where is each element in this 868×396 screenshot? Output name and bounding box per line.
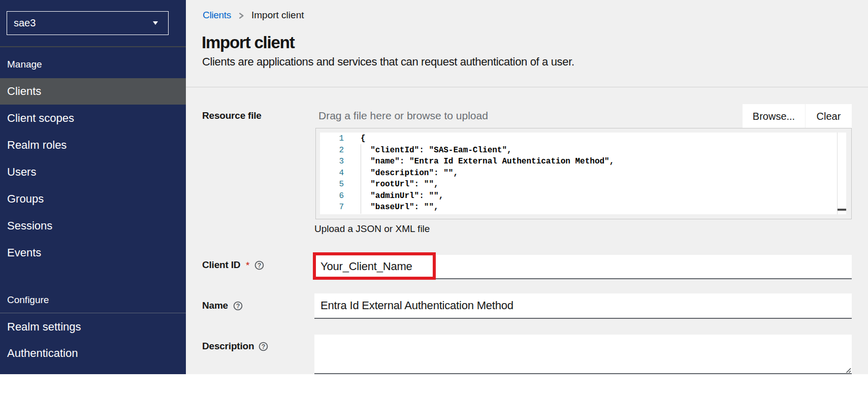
svg-text:?: ? bbox=[262, 343, 266, 350]
svg-text:?: ? bbox=[258, 262, 262, 269]
svg-text:?: ? bbox=[236, 303, 240, 310]
